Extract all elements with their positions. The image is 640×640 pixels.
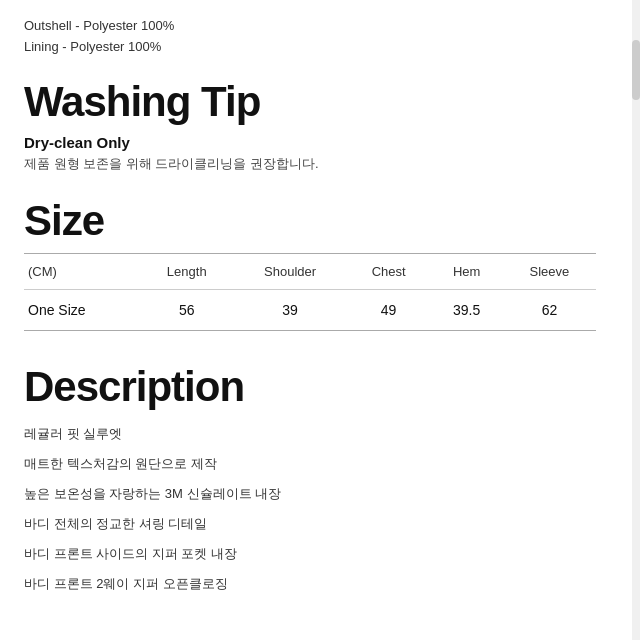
description-section: Description 레귤러 핏 실루엣매트한 텍스처감의 원단으로 제작높은…: [24, 363, 596, 600]
material-line2: Lining - Polyester 100%: [24, 37, 596, 58]
size-section: Size (CM) Length Shoulder Chest Hem Slee…: [24, 197, 596, 331]
col-header-shoulder: Shoulder: [233, 253, 347, 289]
material-info: Outshell - Polyester 100% Lining - Polye…: [24, 16, 596, 58]
cell-size: One Size: [24, 289, 140, 330]
list-item: 바디 프론트 사이드의 지퍼 포켓 내장: [24, 539, 596, 569]
size-table: (CM) Length Shoulder Chest Hem Sleeve On…: [24, 253, 596, 331]
material-line1: Outshell - Polyester 100%: [24, 16, 596, 37]
col-header-hem: Hem: [430, 253, 503, 289]
table-header-row: (CM) Length Shoulder Chest Hem Sleeve: [24, 253, 596, 289]
list-item: 바디 전체의 정교한 셔링 디테일: [24, 509, 596, 539]
table-row: One Size 56 39 49 39.5 62: [24, 289, 596, 330]
washing-subtitle-ko: 제품 원형 보존을 위해 드라이클리닝을 권장합니다.: [24, 155, 596, 173]
cell-length: 56: [140, 289, 233, 330]
list-item: 레귤러 핏 실루엣: [24, 419, 596, 449]
col-header-cm: (CM): [24, 253, 140, 289]
col-header-chest: Chest: [347, 253, 430, 289]
list-item: 바디 프론트 2웨이 지퍼 오픈클로징: [24, 569, 596, 599]
cell-hem: 39.5: [430, 289, 503, 330]
cell-shoulder: 39: [233, 289, 347, 330]
description-title: Description: [24, 363, 596, 411]
washing-section: Washing Tip Dry-clean Only 제품 원형 보존을 위해 …: [24, 78, 596, 173]
washing-subtitle-en: Dry-clean Only: [24, 134, 596, 151]
col-header-sleeve: Sleeve: [503, 253, 596, 289]
list-item: 매트한 텍스처감의 원단으로 제작: [24, 449, 596, 479]
description-list: 레귤러 핏 실루엣매트한 텍스처감의 원단으로 제작높은 보온성을 자랑하는 3…: [24, 419, 596, 600]
size-title: Size: [24, 197, 596, 245]
col-header-length: Length: [140, 253, 233, 289]
cell-chest: 49: [347, 289, 430, 330]
washing-title: Washing Tip: [24, 78, 596, 126]
cell-sleeve: 62: [503, 289, 596, 330]
list-item: 높은 보온성을 자랑하는 3M 신슐레이트 내장: [24, 479, 596, 509]
